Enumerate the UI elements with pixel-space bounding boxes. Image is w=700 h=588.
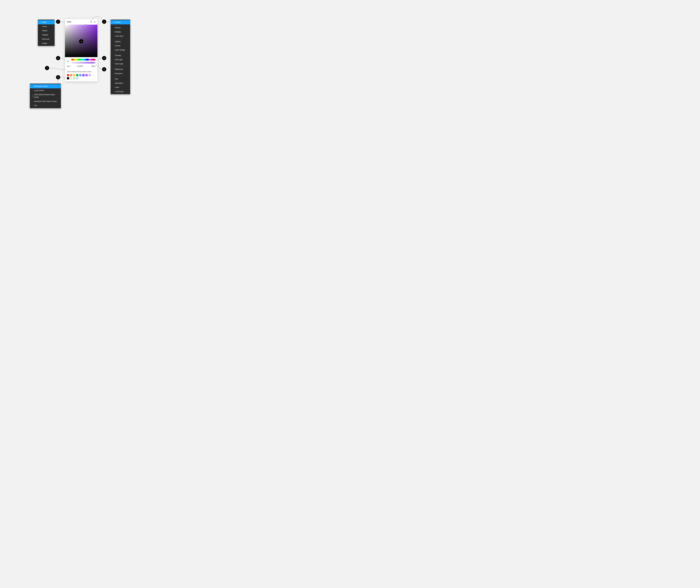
blend-option-color-burn[interactable]: Color Burn xyxy=(111,34,130,38)
color-swatch[interactable] xyxy=(70,77,72,79)
blend-option-lighten[interactable]: Lighten xyxy=(111,39,130,44)
library-label: Document Colors xyxy=(34,85,48,87)
check-icon xyxy=(39,21,42,24)
library-label: 2020 Refresh Brand Style Guide xyxy=(34,93,59,98)
annotation-badge: 3 xyxy=(79,39,83,43)
annotation-badge: 5 xyxy=(102,56,106,60)
blend-label: Screen xyxy=(115,45,121,47)
fill-type-label: Diamond xyxy=(42,38,49,40)
color-swatch[interactable] xyxy=(82,74,85,76)
opacity-input[interactable]: 100% xyxy=(89,65,95,67)
color-swatch[interactable] xyxy=(85,74,88,76)
blend-option-normal[interactable]: Normal xyxy=(111,20,130,24)
color-picker-panel: Solid ▾ xyxy=(65,19,97,81)
library-label: Local Colors xyxy=(34,89,44,92)
color-swatch[interactable] xyxy=(73,74,75,76)
close-button[interactable] xyxy=(93,20,96,23)
blend-label: Multiply xyxy=(115,31,121,33)
blend-label: Lighten xyxy=(115,40,121,43)
annotation-badge: 6 xyxy=(102,67,106,71)
blend-label: Exclusion xyxy=(115,72,123,75)
opacity-handle[interactable] xyxy=(94,62,96,64)
blend-label: Soft Light xyxy=(115,58,123,61)
blend-option-color[interactable]: Color xyxy=(111,85,130,89)
blend-mode-menu: Normal Darken Multiply Color Burn Lighte… xyxy=(111,20,130,94)
blend-option-difference[interactable]: Difference xyxy=(111,67,130,71)
color-swatch[interactable] xyxy=(92,74,94,76)
menu-divider xyxy=(111,76,130,76)
annotation-badge: 4 xyxy=(56,56,60,60)
blend-option-saturation[interactable]: Saturation xyxy=(111,81,130,85)
droplet-icon xyxy=(90,21,92,23)
fill-type-label: Image xyxy=(42,42,47,45)
swatch-library-section: 2020 Refresh Brand Style Guide ▾ xyxy=(65,69,97,81)
blend-option-overlay[interactable]: Overlay xyxy=(111,53,130,58)
color-swatch[interactable] xyxy=(67,74,69,76)
annotation-badge: 7 xyxy=(45,66,49,70)
blend-option-hard-light[interactable]: Hard Light xyxy=(111,62,130,66)
blend-option-exclusion[interactable]: Exclusion xyxy=(111,71,130,76)
blend-option-soft-light[interactable]: Soft Light xyxy=(111,58,130,62)
blend-option-multiply[interactable]: Multiply xyxy=(111,30,130,34)
check-icon xyxy=(31,95,34,97)
library-option-local-colors[interactable]: Local Colors xyxy=(30,88,61,93)
blend-option-screen[interactable]: Screen xyxy=(111,44,130,48)
library-option-team-colors[interactable]: Awesome New Team Colors xyxy=(30,99,61,103)
blend-option-color-dodge[interactable]: Color Dodge xyxy=(111,48,130,52)
annotation-badge: 8 xyxy=(56,75,60,79)
fill-type-option-linear[interactable]: Linear xyxy=(38,24,55,29)
sv-handle[interactable] xyxy=(85,24,86,26)
color-mode-dropdown[interactable]: Hex ▾ xyxy=(67,65,71,67)
fill-type-option-solid[interactable]: Solid xyxy=(38,20,55,24)
annotation-badge: 2 xyxy=(102,20,106,24)
library-option-document-colors[interactable]: Document Colors xyxy=(30,84,61,88)
color-swatch[interactable] xyxy=(70,74,72,76)
library-label: Awesome New Team Colors xyxy=(34,100,57,103)
fill-type-option-angular[interactable]: Angular xyxy=(38,33,55,37)
hue-slider[interactable] xyxy=(71,59,95,60)
fill-type-label: Solid xyxy=(42,21,46,24)
fill-type-option-diamond[interactable]: Diamond xyxy=(38,37,55,41)
picker-header: Solid ▾ xyxy=(65,19,97,25)
fill-type-option-image[interactable]: Image xyxy=(38,41,55,45)
paint-type-dropdown[interactable]: Solid xyxy=(67,21,71,23)
library-label: UI2 xyxy=(34,104,37,107)
blend-label: Darken xyxy=(115,26,121,29)
blend-option-luminosity[interactable]: Luminosity xyxy=(111,89,130,94)
blend-label: Color Burn xyxy=(115,35,123,37)
color-swatch[interactable] xyxy=(76,77,78,79)
library-option-brand-guide[interactable]: 2020 Refresh Brand Style Guide xyxy=(30,93,61,99)
color-swatch[interactable] xyxy=(73,77,75,79)
blend-label: Color xyxy=(115,86,119,89)
fill-type-menu: Solid Linear Radial Angular Diamond Imag… xyxy=(38,20,55,46)
blend-option-darken[interactable]: Darken xyxy=(111,26,130,30)
fill-type-option-radial[interactable]: Radial xyxy=(38,29,55,33)
menu-divider xyxy=(111,39,130,39)
close-icon xyxy=(94,21,96,23)
fill-type-label: Angular xyxy=(42,34,48,36)
chevron-down-icon: ▾ xyxy=(72,21,73,23)
opacity-slider[interactable] xyxy=(71,62,95,64)
blend-label: Hard Light xyxy=(115,63,123,65)
library-dropdown[interactable]: 2020 Refresh Brand Style Guide ▾ xyxy=(67,71,95,73)
eyedropper-button[interactable] xyxy=(67,59,70,63)
fill-type-label: Radial xyxy=(42,29,47,32)
library-selected-label: 2020 Refresh Brand Style Guide xyxy=(67,71,91,73)
blend-label: Saturation xyxy=(115,82,123,84)
swatch-grid xyxy=(67,74,95,79)
hue-handle[interactable] xyxy=(89,59,91,61)
blend-label: Normal xyxy=(115,21,121,24)
blend-option-hue[interactable]: Hue xyxy=(111,77,130,81)
blend-label: Color Dodge xyxy=(115,49,125,51)
library-option-ui2[interactable]: UI2 xyxy=(30,103,61,108)
blend-mode-button[interactable] xyxy=(90,20,92,23)
color-swatch[interactable] xyxy=(79,74,81,76)
color-library-menu: Document Colors Local Colors 2020 Refres… xyxy=(30,84,61,108)
color-swatch[interactable] xyxy=(76,74,78,76)
color-swatch[interactable] xyxy=(67,77,69,79)
blend-label: Hue xyxy=(115,78,118,80)
hex-input[interactable]: A259FF xyxy=(72,65,88,67)
fill-type-label: Linear xyxy=(42,25,47,28)
chevron-down-icon: ▾ xyxy=(92,71,93,72)
color-swatch[interactable] xyxy=(88,74,91,76)
